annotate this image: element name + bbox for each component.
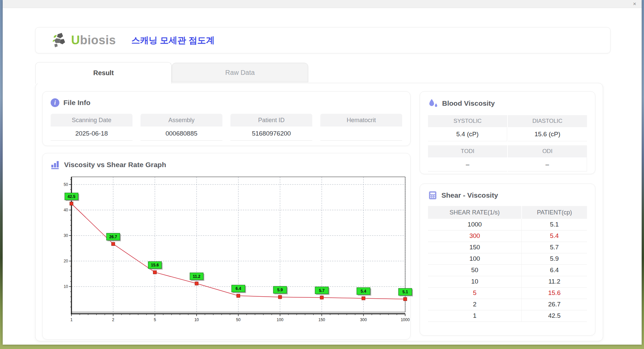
- window-content: Ubiosis 스캐닝 모세관 점도계 Result Raw Data i Fi…: [3, 8, 642, 345]
- table-cell: 26.7: [522, 299, 587, 310]
- svg-text:40: 40: [64, 208, 68, 212]
- svg-text:11.2: 11.2: [193, 274, 201, 279]
- odi-label: ODI: [508, 145, 587, 157]
- svg-text:5.7: 5.7: [319, 288, 325, 293]
- table-cell: 5.9: [522, 253, 587, 264]
- field-scanning-date: Scanning Date 2025-06-18: [51, 114, 132, 141]
- tab-result[interactable]: Result: [35, 62, 172, 84]
- svg-text:5.9: 5.9: [277, 288, 283, 292]
- svg-text:10: 10: [194, 317, 199, 322]
- diastolic-label: DIASTOLIC: [508, 115, 587, 127]
- ubiosis-logo: Ubiosis: [52, 32, 116, 49]
- viscosity-chart: 10203040501251050100150300100042.526.715…: [55, 174, 414, 329]
- svg-text:1000: 1000: [401, 317, 410, 322]
- table-cell: 5.1: [522, 219, 587, 230]
- field-value: [320, 127, 402, 141]
- tab-raw-data[interactable]: Raw Data: [172, 63, 308, 82]
- shear-viscosity-panel: Shear - Viscosity SHEAR RATE(1/s) PATIEN…: [420, 184, 595, 336]
- table-row: 1011.2: [428, 276, 587, 287]
- table-cell: 300: [428, 230, 522, 242]
- svg-text:5: 5: [154, 317, 156, 322]
- svg-text:50: 50: [64, 182, 68, 187]
- tab-bar: Result Raw Data: [35, 62, 610, 83]
- svg-text:300: 300: [360, 317, 367, 322]
- table-row: 1005.9: [428, 253, 587, 264]
- bar-chart-icon: [51, 160, 60, 169]
- blood-viscosity-panel: Blood Viscosity SYSTOLIC DIASTOLIC 5.4 (…: [420, 91, 595, 174]
- table-row: 3005.4: [428, 230, 587, 242]
- shear-viscosity-table: SHEAR RATE(1/s) PATIENT(cp) 10005.13005.…: [428, 206, 587, 322]
- svg-text:6.4: 6.4: [235, 286, 241, 291]
- shear-table-body: 10005.13005.41505.71005.9506.41011.2515.…: [428, 219, 587, 321]
- main-card: i File Info Scanning Date 2025-06-18 Ass…: [35, 83, 603, 341]
- header-card: Ubiosis 스캐닝 모세관 점도계: [35, 27, 610, 53]
- diastolic-value: 15.6 (cP): [508, 127, 587, 141]
- table-cell: 100: [428, 253, 522, 264]
- viscosity-graph-panel: Viscosity vs Shear Rate Graph 1020304050…: [42, 153, 411, 340]
- blood-viscosity-grid: SYSTOLIC DIASTOLIC 5.4 (cP) 15.6 (cP) TO…: [428, 115, 587, 171]
- table-row: 506.4: [428, 264, 587, 276]
- table-cell: 50: [428, 264, 522, 276]
- svg-text:15.6: 15.6: [151, 263, 159, 267]
- file-info-fields: Scanning Date 2025-06-18 Assembly 000680…: [51, 114, 402, 141]
- table-cell: 10: [428, 276, 522, 287]
- table-row: 515.6: [428, 287, 587, 299]
- table-row: 10005.1: [428, 219, 587, 230]
- table-cell: 15.6: [522, 287, 587, 299]
- table-row: 142.5: [428, 310, 587, 321]
- field-assembly: Assembly 000680885: [141, 114, 222, 141]
- table-cell: 6.4: [522, 264, 587, 276]
- calculator-icon: [428, 191, 437, 200]
- svg-text:30: 30: [64, 233, 68, 238]
- svg-text:10: 10: [64, 284, 68, 289]
- table-row: 226.7: [428, 299, 587, 310]
- svg-text:26.7: 26.7: [109, 235, 117, 239]
- blood-drop-icon: [428, 98, 438, 108]
- field-label: Scanning Date: [51, 114, 132, 127]
- table-cell: 5: [428, 287, 522, 299]
- page-title: 스캐닝 모세관 점도계: [131, 35, 215, 46]
- close-icon[interactable]: ×: [631, 1, 638, 7]
- table-cell: 1000: [428, 219, 522, 230]
- field-value: 000680885: [141, 127, 222, 141]
- blood-viscosity-title: Blood Viscosity: [442, 99, 495, 107]
- table-cell: 42.5: [522, 310, 587, 321]
- svg-text:5.1: 5.1: [402, 290, 408, 294]
- svg-text:50: 50: [236, 317, 241, 322]
- table-cell: 5.4: [522, 230, 587, 242]
- table-cell: 5.7: [522, 242, 587, 253]
- logo-text: Ubiosis: [71, 33, 116, 47]
- table-cell: 11.2: [522, 276, 587, 287]
- field-label: Hematocrit: [320, 114, 402, 127]
- svg-text:5.4: 5.4: [361, 289, 366, 294]
- table-cell: 2: [428, 299, 522, 310]
- svg-text:150: 150: [318, 317, 325, 322]
- info-icon: i: [51, 98, 59, 107]
- systolic-value: 5.4 (cP): [428, 127, 507, 141]
- svg-text:1: 1: [70, 317, 73, 322]
- field-hematocrit: Hematocrit: [320, 114, 402, 141]
- column-header-patient: PATIENT(cp): [522, 206, 587, 219]
- app-window: × Ubiosis 스캐닝 모세관 점도계 Result Raw Data: [3, 0, 642, 345]
- table-cell: 1: [428, 310, 522, 321]
- title-bar: ×: [3, 0, 642, 8]
- todi-value: –: [428, 157, 507, 171]
- odi-value: –: [508, 157, 587, 171]
- svg-text:42.5: 42.5: [67, 194, 75, 199]
- systolic-label: SYSTOLIC: [428, 115, 507, 127]
- svg-text:20: 20: [64, 259, 68, 263]
- chart-area: 10203040501251050100150300100042.526.715…: [55, 174, 402, 331]
- todi-label: TODI: [428, 145, 507, 157]
- field-label: Patient ID: [230, 114, 312, 127]
- table-row: 1505.7: [428, 242, 587, 253]
- svg-text:2: 2: [112, 317, 114, 322]
- field-value: 51680976200: [230, 127, 312, 141]
- svg-text:100: 100: [277, 317, 283, 322]
- field-label: Assembly: [141, 114, 222, 127]
- table-cell: 150: [428, 242, 522, 253]
- field-patient-id: Patient ID 51680976200: [230, 114, 312, 141]
- column-header-shear-rate: SHEAR RATE(1/s): [428, 206, 522, 219]
- file-info-panel: i File Info Scanning Date 2025-06-18 Ass…: [42, 91, 411, 146]
- file-info-title: File Info: [63, 99, 91, 107]
- shear-viscosity-title: Shear - Viscosity: [441, 191, 498, 199]
